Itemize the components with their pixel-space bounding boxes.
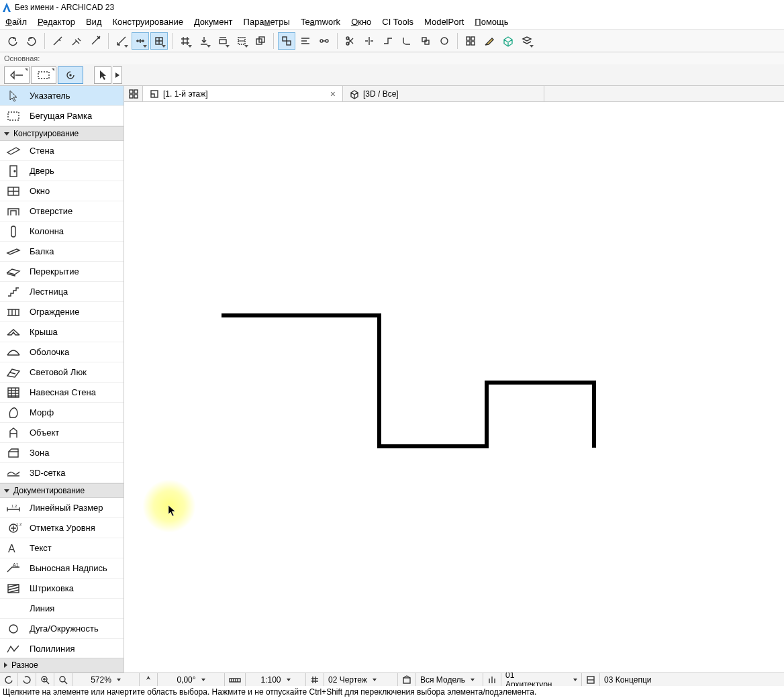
model-view-value[interactable]: Вся Модель — [416, 673, 483, 686]
arrow-tool-button[interactable] — [94, 66, 111, 84]
tab-floorplan[interactable]: [1. 1-й этаж] × — [143, 86, 343, 101]
adjust-button[interactable] — [379, 32, 397, 50]
measure-button[interactable] — [113, 32, 130, 50]
drawing-canvas[interactable] — [124, 102, 784, 672]
close-tab-button[interactable]: × — [330, 89, 336, 99]
tool-label: Стена — [30, 146, 54, 156]
zoom-undo-button[interactable] — [0, 673, 18, 686]
tool-dimension[interactable]: 1.2Линейный Размер — [0, 498, 124, 518]
trace-button[interactable] — [252, 32, 269, 50]
tool-morph[interactable]: Морф — [0, 403, 124, 423]
tab-3d[interactable]: [3D / Все] — [343, 86, 544, 101]
tool-arrow[interactable]: Указатель — [0, 86, 124, 106]
tool-text[interactable]: AТекст — [0, 538, 124, 558]
redo-button[interactable] — [23, 32, 40, 50]
menu-help[interactable]: Помощь — [475, 17, 508, 27]
tool-opening[interactable]: Отверстие — [0, 201, 124, 221]
dimension-style-value[interactable]: 03 Концепци — [600, 673, 784, 686]
tool-line[interactable]: Линия — [0, 599, 124, 619]
opening-icon — [7, 205, 20, 218]
menu-modelport[interactable]: ModelPort — [424, 17, 464, 27]
curtainwall-icon — [7, 386, 20, 399]
group-documentation[interactable]: Документирование — [0, 483, 124, 498]
menu-teamwork[interactable]: Teamwork — [301, 17, 340, 27]
tool-window[interactable]: Окно — [0, 181, 124, 201]
tool-fill[interactable]: Штриховка — [0, 579, 124, 599]
align-button[interactable] — [297, 32, 314, 50]
tool-shell[interactable]: Оболочка — [0, 342, 124, 362]
scale-value[interactable]: 1:100 — [246, 673, 306, 686]
geom-method-2[interactable] — [31, 66, 56, 84]
pen-set-value[interactable]: 02 Чертеж — [324, 673, 398, 686]
menu-options[interactable]: Параметры — [244, 17, 290, 27]
menu-editor[interactable]: Редактор — [38, 17, 75, 27]
menu-file[interactable]: Файл — [5, 17, 27, 27]
tool-curtainwall[interactable]: Навесная Стена — [0, 383, 124, 403]
svg-rect-16 — [38, 72, 49, 79]
zoom-fit-button[interactable] — [54, 673, 72, 686]
zoom-in-button[interactable] — [36, 673, 54, 686]
layer-button[interactable] — [518, 32, 536, 50]
cutplane-button[interactable] — [233, 32, 250, 50]
elevation-button[interactable] — [214, 32, 232, 50]
angle-value[interactable]: 0,00° — [158, 673, 225, 686]
geom-method-1[interactable] — [4, 66, 30, 84]
pickup-button[interactable] — [49, 32, 66, 50]
geom-method-3[interactable] — [58, 66, 83, 84]
dimension-style-icon[interactable] — [582, 673, 600, 686]
intersect-button[interactable] — [436, 32, 453, 50]
resize-button[interactable] — [417, 32, 434, 50]
undo-button[interactable] — [4, 32, 21, 50]
arrow-tool-dropdown[interactable] — [113, 66, 122, 84]
renovation-icon[interactable] — [483, 673, 501, 686]
tool-object[interactable]: Объект — [0, 423, 124, 443]
tool-label[interactable]: A1Выносная Надпись — [0, 558, 124, 579]
gravity-button[interactable] — [195, 32, 213, 50]
zoom-redo-button[interactable] — [18, 673, 36, 686]
tool-zone[interactable]: Зона — [0, 443, 124, 463]
pen-set-icon[interactable] — [306, 673, 324, 686]
group-misc[interactable]: Разное — [0, 658, 124, 672]
svg-rect-1 — [219, 40, 226, 44]
grid-button[interactable] — [177, 32, 194, 50]
tool-polyline[interactable]: Полилиния — [0, 639, 124, 658]
tool-mesh[interactable]: 3D-сетка — [0, 463, 124, 483]
tool-door[interactable]: Дверь — [0, 161, 124, 181]
zoom-value[interactable]: 572% — [72, 673, 140, 686]
trim-button[interactable] — [342, 32, 359, 50]
menu-design[interactable]: Конструирование — [112, 17, 183, 27]
tool-stair[interactable]: Лестница — [0, 282, 124, 302]
model-view-icon[interactable] — [398, 673, 416, 686]
tool-railing[interactable]: Ограждение — [0, 302, 124, 322]
inject-button[interactable] — [68, 32, 85, 50]
tool-skylight[interactable]: Световой Люк — [0, 362, 124, 383]
menu-view[interactable]: Вид — [86, 17, 102, 27]
renovation-value[interactable]: 01 Архитектурн... — [501, 673, 582, 686]
magic-wand-button[interactable] — [87, 32, 104, 50]
tab-navigator-icon[interactable] — [124, 86, 143, 101]
menu-window[interactable]: Окно — [351, 17, 371, 27]
suspend-groups-button[interactable] — [278, 32, 295, 50]
split-button[interactable] — [360, 32, 378, 50]
guideline-button[interactable] — [132, 32, 149, 50]
menu-citools[interactable]: CI Tools — [382, 17, 413, 27]
tool-beam[interactable]: Балка — [0, 242, 124, 262]
tool-slab[interactable]: Перекрытие — [0, 262, 124, 282]
tool-column[interactable]: Колонна — [0, 221, 124, 242]
snap-button[interactable] — [150, 32, 168, 50]
tool-arc[interactable]: Дуга/Окружность — [0, 619, 124, 639]
solid-button[interactable] — [499, 32, 517, 50]
tool-wall[interactable]: Стена — [0, 141, 124, 161]
scale-icon[interactable] — [225, 673, 246, 686]
fillet-button[interactable] — [398, 32, 415, 50]
tool-roof[interactable]: Крыша — [0, 322, 124, 342]
tool-marquee[interactable]: Бегущая Рамка — [0, 106, 124, 126]
distribute-button[interactable] — [315, 32, 333, 50]
tool-level[interactable]: 1.2Отметка Уровня — [0, 518, 124, 538]
svg-point-38 — [60, 677, 65, 682]
orientation-button[interactable] — [140, 673, 158, 686]
group-design[interactable]: Конструирование — [0, 126, 124, 141]
modify-button[interactable] — [462, 32, 479, 50]
edit-button[interactable] — [481, 32, 498, 50]
menu-document[interactable]: Документ — [194, 17, 233, 27]
